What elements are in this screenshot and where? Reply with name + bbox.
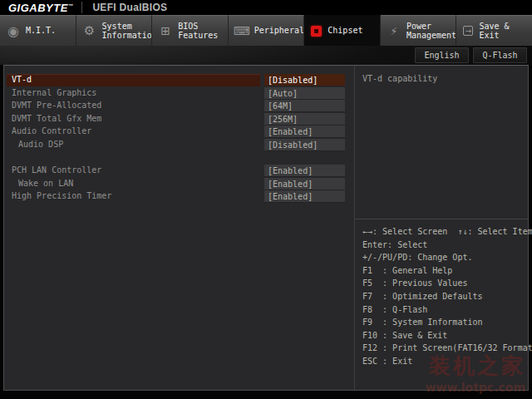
setting-label: High Precision Timer	[12, 191, 111, 200]
setting-row-wake-on-lan[interactable]: Wake on LAN[Enabled]	[4, 178, 354, 191]
setting-value[interactable]: [Auto]	[264, 87, 345, 100]
dial-icon	[7, 24, 20, 37]
setting-value[interactable]: [64M]	[264, 100, 345, 112]
tab-system-information[interactable]: System Information	[76, 15, 153, 46]
help-key-line: ←→: Select Screen ↑↓: Select Item	[362, 225, 526, 239]
tab-bios-features[interactable]: BIOS Features	[152, 15, 229, 46]
setting-label: VT-d	[12, 75, 32, 84]
help-key-line: +/-/PU/PD: Change Opt.	[362, 251, 526, 264]
help-key-line: ESC : Exit	[362, 355, 526, 368]
setting-label: Wake on LAN	[18, 179, 73, 188]
toolbar-strip: EnglishQ-Flash	[0, 46, 532, 65]
q-flash-button[interactable]: Q-Flash	[473, 47, 527, 63]
gear-icon	[83, 24, 96, 37]
tab-label: Save & Exit	[479, 22, 530, 41]
exit-icon: →	[463, 26, 473, 36]
setting-row-internal-graphics[interactable]: Internal Graphics[Auto]	[4, 87, 354, 101]
setting-row-vt-d[interactable]: VT-d[Disabled]	[4, 74, 354, 87]
gigabyte-logo: GIGABYTE™	[0, 2, 81, 14]
setting-label: Audio DSP	[18, 140, 63, 149]
help-key-line: F9 : System Information	[362, 316, 526, 329]
setting-value[interactable]: [Enabled]	[264, 126, 345, 138]
setting-label: Audio Controller	[12, 126, 91, 135]
power-icon	[387, 24, 401, 37]
setting-row-dvmt-pre-allocated[interactable]: DVMT Pre-Allocated[64M]	[4, 100, 354, 113]
tab-label: System Information	[102, 22, 153, 41]
english-button[interactable]: English	[415, 47, 469, 63]
spacer-row	[4, 152, 354, 165]
title-bar: GIGABYTE™ UEFI DualBIOS	[0, 0, 532, 15]
help-key-line: F10 : Save & Exit	[362, 329, 526, 342]
tab-label: M.I.T.	[26, 26, 56, 36]
setting-value[interactable]: [Enabled]	[264, 165, 345, 177]
tab-peripherals[interactable]: Peripherals	[229, 15, 305, 46]
help-key-line: F8 : Q-Flash	[362, 303, 526, 317]
tab-m-i-t[interactable]: M.I.T.	[0, 15, 76, 46]
setting-label: PCH LAN Controller	[12, 165, 101, 175]
bios-icon	[159, 24, 172, 37]
tab-label: Peripherals	[254, 26, 305, 36]
peripherals-icon	[235, 24, 249, 37]
chipset-icon	[311, 26, 322, 37]
trademark-symbol: ™	[68, 2, 74, 7]
setting-row-high-precision-timer[interactable]: High Precision Timer[Enabled]	[4, 190, 354, 204]
setting-value[interactable]: [Enabled]	[264, 178, 345, 190]
bios-main-panel: VT-d[Disabled]Internal Graphics[Auto]DVM…	[3, 65, 529, 391]
setting-value[interactable]: [256M]	[264, 113, 345, 126]
tab-label: BIOS Features	[178, 22, 228, 41]
tab-label: Power Management	[406, 22, 456, 41]
setting-label: DVMT Total Gfx Mem	[12, 114, 101, 123]
item-help-text: VT-d capability	[355, 66, 528, 83]
setting-label: DVMT Pre-Allocated	[12, 101, 101, 110]
setting-row-audio-controller[interactable]: Audio Controller[Enabled]	[4, 126, 354, 139]
setting-row-audio-dsp[interactable]: Audio DSP[Disabled]	[4, 139, 354, 152]
setting-label: Internal Graphics	[12, 88, 96, 97]
bios-product-name: UEFI DualBIOS	[82, 2, 167, 13]
help-panel: VT-d capability ←→: Select Screen ↑↓: Se…	[355, 66, 528, 390]
settings-list: VT-d[Disabled]Internal Graphics[Auto]DVM…	[4, 66, 354, 390]
tab-chipset[interactable]: Chipset	[304, 15, 381, 46]
setting-value[interactable]: [Disabled]	[264, 139, 345, 151]
help-divider	[355, 219, 528, 219]
tab-label: Chipset	[328, 26, 362, 36]
help-key-line: F5 : Previous Values	[362, 277, 526, 290]
tab-bar: M.I.T.System InformationBIOS FeaturesPer…	[0, 15, 532, 46]
tab-save-exit[interactable]: →Save & Exit	[456, 15, 532, 46]
help-key-line: F1 : General Help	[362, 264, 526, 278]
tab-power-management[interactable]: Power Management	[381, 15, 457, 46]
help-key-line: F7 : Optimized Defaults	[362, 290, 526, 303]
setting-value[interactable]: [Enabled]	[264, 190, 345, 203]
setting-value[interactable]: [Disabled]	[264, 74, 345, 86]
setting-row-dvmt-total-gfx-mem[interactable]: DVMT Total Gfx Mem[256M]	[4, 113, 354, 126]
key-legend: ←→: Select Screen ↑↓: Select ItemEnter: …	[362, 225, 526, 368]
help-key-line: Enter: Select	[362, 239, 526, 252]
setting-row-pch-lan-controller[interactable]: PCH LAN Controller[Enabled]	[4, 165, 354, 178]
help-key-line: F12 : Print Screen(FAT16/32 Format Only)	[362, 342, 526, 355]
